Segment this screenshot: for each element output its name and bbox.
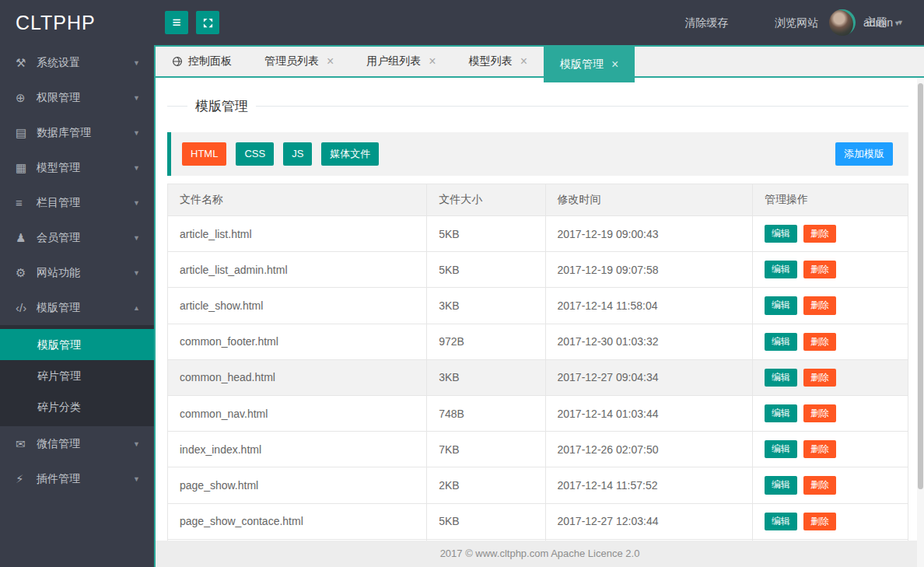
- sidebar-item-member-mgmt[interactable]: ♟会员管理▼: [0, 220, 154, 255]
- gear-icon: ⚙: [16, 266, 37, 280]
- hamburger-icon: ≡: [172, 14, 180, 31]
- edit-button[interactable]: 编辑: [765, 440, 797, 458]
- chevron-up-icon: ▲: [133, 304, 140, 312]
- brand-logo: CLTPHP: [16, 0, 96, 45]
- section-divider: 模版管理: [167, 106, 908, 107]
- table-row: page_show_contace.html5KB2017-12-27 12:0…: [168, 503, 908, 539]
- add-template-button[interactable]: 添加模版: [835, 142, 893, 166]
- list-icon: ≡: [16, 196, 37, 209]
- sidebar-item-system-settings[interactable]: ⚒系统设置▼: [0, 45, 154, 80]
- sidebar-menu: ⚒系统设置▼⊕权限管理▼▤数据库管理▼▦模型管理▼≡栏目管理▼♟会员管理▼⚙网站…: [0, 45, 154, 496]
- tab-usergroup-list[interactable]: 用户组列表×: [350, 47, 452, 76]
- delete-button[interactable]: 删除: [803, 369, 836, 387]
- sidebar-subitem-fragment-category[interactable]: 碎片分类: [0, 391, 154, 422]
- user-menu[interactable]: admin ▼: [820, 0, 924, 45]
- column-header: 修改时间: [545, 184, 753, 216]
- column-header: 文件大小: [427, 184, 545, 216]
- avatar: [829, 9, 856, 36]
- delete-button[interactable]: 删除: [803, 261, 836, 278]
- table-header-row: 文件名称文件大小修改时间管理操作: [168, 184, 908, 216]
- delete-button[interactable]: 删除: [803, 225, 836, 243]
- delete-button[interactable]: 删除: [803, 296, 836, 314]
- chevron-down-icon: ▼: [897, 19, 904, 26]
- edit-button[interactable]: 编辑: [765, 404, 797, 422]
- toolbar: HTMLCSSJS媒体文件 添加模版: [167, 132, 908, 176]
- table-body: article_list.html5KB2017-12-19 09:00:43编…: [168, 216, 908, 567]
- edit-button[interactable]: 编辑: [765, 225, 797, 243]
- fullscreen-toggle-button[interactable]: [196, 11, 219, 34]
- close-icon[interactable]: ×: [327, 55, 334, 68]
- delete-button[interactable]: 删除: [803, 476, 836, 494]
- file-size: 5KB: [427, 252, 545, 288]
- row-actions: 编辑删除: [753, 432, 908, 467]
- sidebar-item-template-mgmt[interactable]: ‹/›模版管理▲: [0, 290, 154, 325]
- chevron-down-icon: ▼: [133, 129, 140, 137]
- chevron-down-icon: ▼: [133, 164, 140, 172]
- filter-html-button[interactable]: HTML: [182, 142, 226, 166]
- content-area: 模版管理 HTMLCSSJS媒体文件 添加模版 文件名称文件大小修改时间管理操作…: [156, 78, 924, 567]
- file-name: index_index.html: [168, 432, 427, 467]
- sidebar-item-wechat-mgmt[interactable]: ✉微信管理▼: [0, 426, 154, 461]
- fullscreen-icon: [202, 17, 214, 29]
- file-size: 3KB: [427, 359, 545, 395]
- column-header: 管理操作: [753, 184, 908, 216]
- edit-button[interactable]: 编辑: [765, 296, 797, 314]
- user-box[interactable]: admin ▼: [820, 9, 924, 36]
- row-actions: 编辑删除: [753, 467, 908, 503]
- edit-button[interactable]: 编辑: [765, 369, 797, 387]
- row-actions: 编辑删除: [753, 359, 908, 395]
- filter-css-button[interactable]: CSS: [236, 142, 274, 166]
- edit-button[interactable]: 编辑: [765, 513, 797, 530]
- modified-time: 2017-12-26 02:07:50: [545, 432, 753, 467]
- close-icon[interactable]: ×: [611, 58, 618, 71]
- edit-button[interactable]: 编辑: [765, 333, 797, 351]
- scrollbar-thumb[interactable]: [918, 83, 923, 489]
- sidebar: ⚒系统设置▼⊕权限管理▼▤数据库管理▼▦模型管理▼≡栏目管理▼♟会员管理▼⚙网站…: [0, 45, 154, 567]
- file-size: 972B: [427, 324, 545, 359]
- table-row: common_nav.html748B2017-12-14 01:03:44编辑…: [168, 395, 908, 431]
- edit-button[interactable]: 编辑: [765, 476, 797, 494]
- sidebar-item-permission-mgmt[interactable]: ⊕权限管理▼: [0, 80, 154, 115]
- sidebar-item-database-mgmt[interactable]: ▤数据库管理▼: [0, 115, 154, 150]
- sidebar-subitem-template-mgmt-sub[interactable]: 模版管理: [0, 329, 154, 360]
- delete-button[interactable]: 删除: [803, 404, 836, 422]
- modified-time: 2017-12-19 09:00:43: [545, 216, 753, 252]
- tab-template-mgmt[interactable]: 模版管理×: [544, 47, 635, 82]
- database-icon: ▤: [16, 126, 37, 140]
- tab-admin-list[interactable]: 管理员列表×: [248, 47, 350, 76]
- permission-icon: ⊕: [16, 91, 37, 105]
- file-name: article_list.html: [168, 216, 427, 252]
- chevron-down-icon: ▼: [133, 269, 140, 277]
- modified-time: 2017-12-30 01:03:32: [545, 324, 753, 359]
- delete-button[interactable]: 删除: [803, 333, 836, 351]
- sidebar-subitem-fragment-mgmt[interactable]: 碎片管理: [0, 360, 154, 391]
- row-actions: 编辑删除: [753, 395, 908, 431]
- sidebar-item-column-mgmt[interactable]: ≡栏目管理▼: [0, 185, 154, 220]
- close-icon[interactable]: ×: [429, 55, 436, 68]
- sidebar-item-model-mgmt[interactable]: ▦模型管理▼: [0, 150, 154, 185]
- chevron-down-icon: ▼: [133, 234, 140, 242]
- sidebar-item-plugin-mgmt[interactable]: ⚡插件管理▼: [0, 461, 154, 496]
- page-title: 模版管理: [187, 97, 256, 115]
- chevron-down-icon: ▼: [133, 440, 140, 448]
- main-area: 控制面板管理员列表×用户组列表×模型列表×模版管理× 模版管理 HTMLCSSJ…: [154, 45, 924, 567]
- table-row: article_list_admin.html5KB2017-12-19 09:…: [168, 252, 908, 288]
- tab-model-list[interactable]: 模型列表×: [453, 47, 544, 76]
- sidebar-item-site-functions[interactable]: ⚙网站功能▼: [0, 255, 154, 290]
- filter-js-button[interactable]: JS: [283, 142, 312, 166]
- edit-button[interactable]: 编辑: [765, 261, 797, 278]
- table-row: article_show.html3KB2017-12-14 11:58:04编…: [168, 288, 908, 324]
- sidebar-toggle-button[interactable]: ≡: [165, 11, 188, 34]
- tab-dashboard[interactable]: 控制面板: [156, 47, 248, 76]
- sidebar-submenu: 模版管理碎片管理碎片分类: [0, 325, 154, 426]
- top-header: CLTPHP ≡ 清除缓存浏览网站主题 ▼ admin ▼: [0, 0, 924, 45]
- delete-button[interactable]: 删除: [803, 440, 836, 458]
- header-nav-clear-cache[interactable]: 清除缓存: [661, 0, 751, 45]
- chat-icon: ✉: [16, 437, 37, 451]
- filter-media-button[interactable]: 媒体文件: [321, 142, 379, 166]
- modified-time: 2017-12-14 01:03:44: [545, 395, 753, 431]
- row-actions: 编辑删除: [753, 324, 908, 359]
- page-footer: 2017 © www.cltphp.com Apache Licence 2.0: [156, 541, 924, 567]
- delete-button[interactable]: 删除: [803, 513, 836, 530]
- close-icon[interactable]: ×: [520, 55, 527, 68]
